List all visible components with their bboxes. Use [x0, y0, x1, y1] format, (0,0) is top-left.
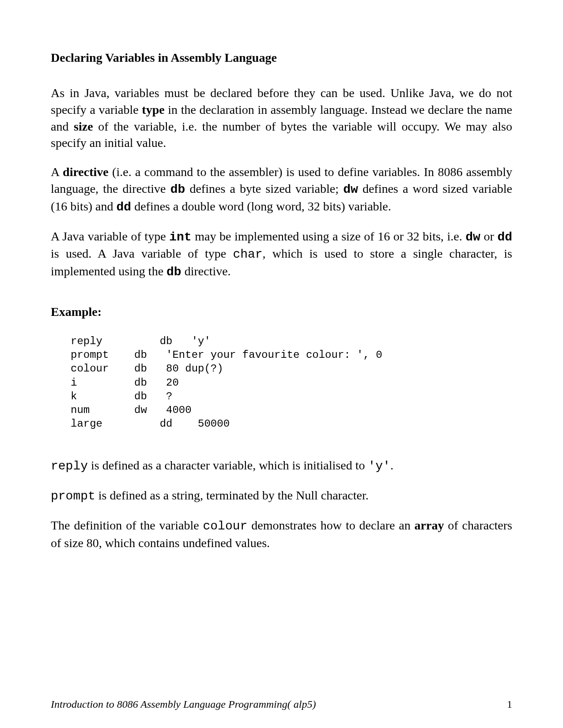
- code-block: reply db 'y' prompt db 'Enter your favou…: [71, 334, 512, 431]
- bold-text: type: [142, 103, 164, 116]
- code-text: reply: [51, 459, 88, 473]
- page-footer: Introduction to 8086 Assembly Language P…: [51, 699, 512, 710]
- bold-text: array: [415, 518, 444, 532]
- text: defines a double word (long word, 32 bit…: [131, 199, 391, 213]
- text: .: [390, 458, 393, 472]
- text: is used. A Java variable of type: [51, 247, 233, 260]
- text: or: [480, 229, 498, 243]
- code-text: char: [233, 248, 262, 261]
- text: directive.: [181, 264, 231, 278]
- text: of the variable, i.e. the number of byte…: [51, 120, 512, 150]
- paragraph-5: prompt is defined as a string, terminate…: [51, 487, 512, 505]
- code-text: db: [170, 183, 185, 196]
- paragraph-3: A Java variable of type int may be imple…: [51, 228, 512, 281]
- bold-text: directive: [63, 165, 109, 179]
- text: A Java variable of type: [51, 229, 169, 243]
- text: The definition of the variable: [51, 518, 203, 532]
- code-text: dd: [117, 200, 132, 214]
- code-text: dd: [497, 230, 512, 244]
- text: defines a byte sized variable;: [185, 182, 343, 195]
- footer-title: Introduction to 8086 Assembly Language P…: [51, 699, 316, 710]
- text: is defined as a character variable, whic…: [88, 458, 368, 472]
- paragraph-2: A directive (i.e. a command to the assem…: [51, 164, 512, 215]
- paragraph-4: reply is defined as a character variable…: [51, 457, 512, 475]
- code-text: dw: [343, 183, 358, 196]
- bold-text: size: [74, 120, 93, 133]
- code-text: int: [169, 230, 191, 244]
- paragraph-6: The definition of the variable colour de…: [51, 517, 512, 552]
- main-heading: Declaring Variables in Assembly Language: [51, 51, 512, 65]
- text: may be implemented using a size of 16 or…: [192, 229, 466, 243]
- example-heading: Example:: [51, 305, 512, 319]
- page-number: 1: [507, 699, 512, 710]
- paragraph-1: As in Java, variables must be declared b…: [51, 85, 512, 151]
- code-text: db: [166, 265, 181, 279]
- code-text: colour: [203, 519, 248, 533]
- code-text: dw: [465, 230, 480, 244]
- text: demonstrates how to declare an: [247, 518, 414, 532]
- code-text: prompt: [51, 489, 95, 503]
- document-content: Declaring Variables in Assembly Language…: [51, 51, 512, 551]
- text: A: [51, 165, 63, 179]
- text: is defined as a string, terminated by th…: [95, 488, 369, 502]
- code-text: 'y': [368, 459, 390, 473]
